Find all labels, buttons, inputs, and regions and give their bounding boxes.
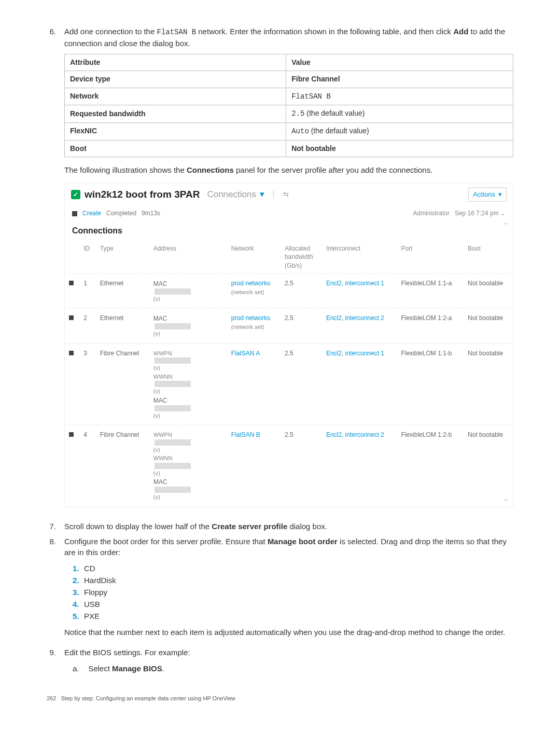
- table-row: NetworkFlatSAN B: [65, 88, 513, 105]
- cell-id: 3: [79, 343, 96, 425]
- step8-text: Configure the boot order for this server…: [64, 536, 513, 558]
- text-fragment: .: [162, 664, 164, 673]
- cell-network: FlatSAN B: [227, 425, 281, 507]
- scroll-up-icon[interactable]: ⌃: [503, 221, 509, 230]
- addr-suffix: WWNN: [153, 372, 223, 381]
- col-id: ID: [79, 241, 96, 274]
- text-fragment: network. Enter the information shown in …: [196, 27, 453, 36]
- network-link[interactable]: prod networks: [231, 314, 270, 322]
- text-fragment: (the default value): [309, 127, 369, 135]
- interconnect-link[interactable]: Encl2, interconnect 1: [326, 350, 384, 357]
- step-7: 7. Scroll down to display the lower half…: [47, 521, 513, 532]
- order-label: PXE: [84, 612, 100, 620]
- status-timestamp: Sep 16 7:24 pm ⌄: [455, 209, 506, 218]
- addr-label: MAC: [153, 314, 223, 329]
- panel-subtitle[interactable]: Connections ▾: [207, 188, 264, 201]
- conn-table-header: ID Type Address Network Allocated bandwi…: [65, 241, 513, 274]
- chevron-down-icon: ▾: [260, 189, 264, 199]
- separator: │: [272, 190, 276, 199]
- panel-subtitle-label: Connections: [207, 189, 256, 199]
- network-link[interactable]: FlatSAN B: [231, 431, 260, 438]
- attr-cell: Network: [65, 88, 286, 105]
- cell-id: 2: [79, 309, 96, 344]
- cell-port: FlexibleLOM 1:2-a: [397, 309, 464, 344]
- cell-port: FlexibleLOM 1:1-b: [397, 343, 464, 425]
- addr-suffix: (v): [153, 364, 223, 372]
- cell-port: FlexibleLOM 1:2-b: [397, 425, 464, 507]
- network-subtext: (network set): [231, 289, 264, 295]
- step-number: 6.: [47, 26, 64, 517]
- actions-button[interactable]: Actions ▾: [468, 187, 507, 202]
- status-user: Administrator: [413, 209, 450, 218]
- addr-suffix: (v): [153, 411, 223, 420]
- status-duration: 9m13s: [142, 209, 160, 218]
- row-status-icon: [69, 351, 74, 355]
- section-title: Connections: [65, 223, 513, 241]
- bold-value: Fibre Channel: [291, 75, 340, 83]
- bold-add: Add: [453, 27, 468, 36]
- interconnect-link[interactable]: Encl2, interconnect 2: [326, 431, 384, 438]
- addr-suffix: (v): [153, 329, 223, 338]
- code-inline: 2.5: [291, 109, 304, 118]
- col-interconnect: Interconnect: [322, 241, 397, 274]
- attr-cell: FlexNIC: [65, 122, 286, 140]
- step-body: Add one connection to the FlatSAN B netw…: [64, 26, 513, 517]
- chevron-down-icon: ▾: [498, 190, 502, 199]
- text-fragment: Configure the boot order for this server…: [64, 537, 268, 546]
- network-link[interactable]: prod networks: [231, 280, 270, 287]
- step-8: 8. Configure the boot order for this ser…: [47, 536, 513, 643]
- code-inline: FlatSAN B: [157, 28, 196, 36]
- value-cell: Auto (the default value): [286, 122, 513, 140]
- addr-suffix: WWPN: [153, 349, 223, 358]
- status-ts-text: Sep 16 7:24 pm: [455, 210, 499, 217]
- interconnect-link[interactable]: Encl2, interconnect 2: [326, 314, 384, 322]
- value-cell: Not bootable: [286, 140, 513, 157]
- check-icon: ✓: [71, 190, 80, 199]
- row-status-icon: [69, 432, 74, 437]
- status-create-link[interactable]: Create: [82, 209, 101, 218]
- sqcell: [65, 273, 79, 309]
- cell-port: FlexibleLOM 1:1-a: [397, 273, 464, 309]
- addr-suffix: (v): [153, 493, 223, 502]
- addr-label: MAC: [153, 477, 223, 493]
- order-number: 5.: [73, 611, 84, 621]
- chevron-down-icon: ⌄: [500, 210, 506, 217]
- order-number: 2.: [73, 575, 84, 586]
- step-number: 7.: [47, 521, 64, 532]
- redacted-value: [155, 323, 191, 329]
- cell-id: 1: [79, 273, 96, 309]
- boot-order-item: 2.HardDisk: [73, 575, 513, 586]
- row-status-icon: [69, 315, 74, 320]
- text-fragment: Add one connection to the: [64, 27, 157, 36]
- cell-boot: Not bootable: [464, 343, 513, 425]
- attr-cell: Device type: [65, 71, 286, 88]
- col-type: Type: [96, 241, 149, 274]
- order-label: Floppy: [84, 588, 107, 597]
- bold-create-server-profile: Create server profile: [212, 522, 287, 531]
- order-number: 1.: [73, 563, 84, 574]
- table-row: BootNot bootable: [65, 140, 513, 157]
- header-attribute: Attribute: [65, 54, 286, 71]
- cell-network: prod networks(network set): [227, 273, 281, 309]
- panel-header: ✓ win2k12 boot from 3PAR Connections ▾ │…: [65, 183, 513, 204]
- addr-suffix: WWNN: [153, 454, 223, 463]
- link-icon[interactable]: ⇆: [283, 190, 289, 199]
- status-square-icon: [72, 211, 77, 216]
- cell-boot: Not bootable: [464, 309, 513, 344]
- status-row: Create Completed 9m13s Administrator Sep…: [65, 204, 513, 223]
- code-inline: FlatSAN B: [291, 92, 331, 101]
- text-fragment: panel for the server profile after you a…: [234, 165, 433, 174]
- cell-network: FlatSAN A: [227, 343, 281, 425]
- addr-label: MAC: [153, 279, 223, 295]
- cell-address: WWPN(v)WWNN(v)MAC(v): [149, 425, 227, 507]
- cell-interconnect: Encl2, interconnect 2: [322, 425, 397, 507]
- scroll-down-icon[interactable]: ⌄: [503, 494, 509, 504]
- text-fragment: Scroll down to display the lower half of…: [64, 522, 212, 531]
- addr-suffix: (v): [153, 469, 223, 478]
- order-label: CD: [84, 564, 95, 573]
- substep-letter: a.: [73, 663, 86, 674]
- interconnect-link[interactable]: Encl2, interconnect 1: [326, 280, 384, 287]
- row-status-icon: [69, 281, 74, 285]
- boot-order-item: 4.USB: [73, 599, 513, 610]
- network-link[interactable]: FlatSAN A: [231, 350, 260, 357]
